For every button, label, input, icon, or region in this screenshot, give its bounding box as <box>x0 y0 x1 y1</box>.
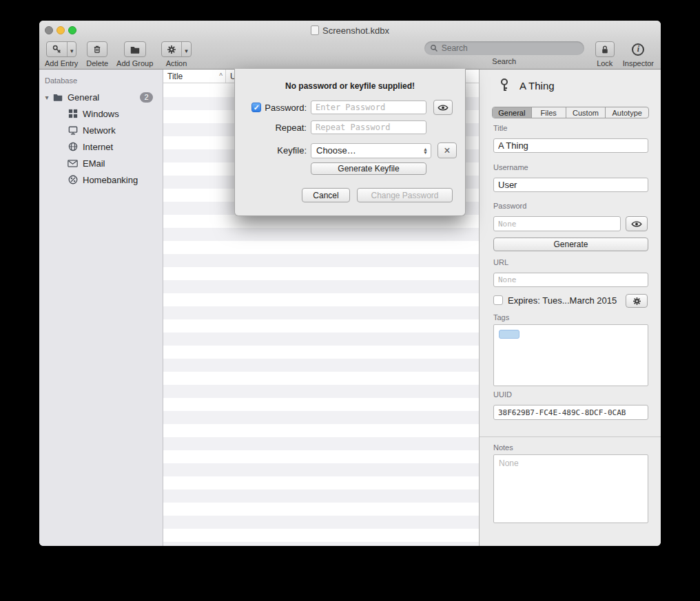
window-title-text: Screenshot.kdbx <box>322 25 389 36</box>
add-entry-label: Add Entry <box>45 59 78 67</box>
add-entry-dropdown[interactable] <box>67 42 76 56</box>
notes-textarea[interactable] <box>493 454 648 523</box>
coin-icon <box>67 174 79 186</box>
key-icon[interactable] <box>47 42 67 56</box>
sidebar-item-homebanking[interactable]: Homebanking <box>39 171 163 188</box>
sidebar-item-network[interactable]: Network <box>39 122 163 138</box>
entry-count-badge: 2 <box>140 92 153 103</box>
sidebar-item-label: Network <box>83 125 116 136</box>
url-input[interactable] <box>493 273 648 287</box>
search-field[interactable] <box>424 41 584 55</box>
keyfile-row: Keyfile: Choose… <box>235 143 465 158</box>
gear-icon <box>632 297 641 306</box>
envelope-icon <box>67 158 79 169</box>
tab-general[interactable]: General <box>493 107 531 118</box>
inspector-panel: A Thing General Files Custom Autotype Ti… <box>479 70 661 546</box>
username-label: Username <box>493 163 528 171</box>
window-chrome: Screenshot.kdbx Add Entry <box>39 21 661 70</box>
gear-icon[interactable] <box>162 42 181 56</box>
sheet-repeat-label: Repeat: <box>275 123 307 133</box>
trash-icon[interactable] <box>88 42 107 56</box>
titlebar[interactable]: Screenshot.kdbx <box>39 21 661 40</box>
inspector-tabs: General Files Custom Autotype <box>492 107 649 118</box>
lock-button[interactable]: Lock <box>595 41 615 67</box>
info-icon[interactable] <box>632 43 644 56</box>
sidebar-item-windows[interactable]: Windows <box>39 105 163 122</box>
password-checkbox[interactable] <box>251 103 261 112</box>
repeat-row: Repeat: <box>235 120 465 134</box>
document-icon <box>311 25 319 35</box>
inspector-button[interactable]: Inspector <box>623 41 654 67</box>
section-divider <box>480 436 661 437</box>
password-sheet: No password or keyfile supplied! Passwor… <box>234 69 466 216</box>
search-caption: Search <box>492 57 516 65</box>
sidebar-item-label: Internet <box>83 142 113 152</box>
lock-label: Lock <box>597 59 612 67</box>
password-label: Password <box>493 202 526 210</box>
password-input[interactable] <box>493 216 621 231</box>
eye-icon <box>438 104 449 112</box>
add-entry-button[interactable]: Add Entry <box>45 41 78 67</box>
add-folder-icon[interactable] <box>125 42 145 56</box>
minimize-button[interactable] <box>56 26 65 34</box>
sidebar-item-label: EMail <box>83 158 105 169</box>
reveal-password-button[interactable] <box>626 216 648 231</box>
delete-button[interactable]: Delete <box>86 41 108 67</box>
uuid-input[interactable] <box>493 405 648 420</box>
entry-title: A Thing <box>519 80 555 92</box>
column-header-title[interactable]: Title ^ <box>163 70 226 83</box>
url-label: URL <box>493 258 508 266</box>
action-dropdown[interactable] <box>181 42 191 56</box>
app-window: Screenshot.kdbx Add Entry <box>39 21 661 546</box>
tab-files[interactable]: Files <box>531 107 566 118</box>
title-input[interactable] <box>493 138 648 153</box>
sidebar-group-label: General <box>68 92 99 103</box>
change-password-button[interactable]: Change Password <box>357 188 453 202</box>
eye-icon <box>631 220 642 228</box>
generate-password-button[interactable]: Generate <box>493 238 648 251</box>
sheet-keyfile-label: Keyfile: <box>277 145 307 156</box>
clear-keyfile-button[interactable] <box>438 143 457 158</box>
keyfile-selected-value: Choose… <box>316 145 423 156</box>
action-button[interactable]: Action <box>161 41 192 67</box>
stepper-icon <box>423 147 428 154</box>
windows-grid-icon <box>67 108 79 120</box>
reveal-sheet-password-button[interactable] <box>433 100 453 115</box>
search-input[interactable] <box>442 43 579 53</box>
expires-gear-button[interactable] <box>626 294 648 308</box>
sheet-message: No password or keyfile supplied! <box>235 81 465 91</box>
disclosure-triangle-icon[interactable] <box>42 94 52 101</box>
sheet-repeat-input[interactable] <box>311 120 426 134</box>
add-group-button[interactable]: Add Group <box>116 41 153 67</box>
generate-keyfile-button[interactable]: Generate Keyfile <box>311 162 426 175</box>
username-input[interactable] <box>493 178 648 192</box>
sheet-password-input[interactable] <box>311 101 426 114</box>
close-button[interactable] <box>45 26 53 34</box>
delete-label: Delete <box>86 59 108 67</box>
zoom-button[interactable] <box>68 26 76 34</box>
toolbar: Add Entry Delete Add Group <box>39 40 661 69</box>
sidebar: Database General 2 Window <box>39 70 163 546</box>
tags-label: Tags <box>493 313 509 321</box>
sidebar-item-internet[interactable]: Internet <box>39 138 163 155</box>
search-group: Search <box>424 41 584 65</box>
entry-header: A Thing <box>497 78 555 93</box>
sidebar-item-email[interactable]: EMail <box>39 155 163 171</box>
tab-custom[interactable]: Custom <box>566 107 606 118</box>
cancel-button[interactable]: Cancel <box>302 188 350 202</box>
tag-chip[interactable] <box>499 330 519 339</box>
tags-box[interactable] <box>493 324 648 386</box>
folder-icon <box>52 92 63 103</box>
title-label: Title <box>493 124 507 132</box>
uuid-label: UUID <box>493 390 512 399</box>
sidebar-group-general[interactable]: General 2 <box>39 89 163 105</box>
chevron-down-icon <box>185 43 188 56</box>
sidebar-header: Database <box>39 75 163 89</box>
sort-caret-icon: ^ <box>219 72 223 80</box>
tab-autotype[interactable]: Autotype <box>605 107 648 118</box>
sidebar-item-label: Windows <box>83 109 119 119</box>
expires-checkbox[interactable] <box>493 295 503 305</box>
action-label: Action <box>166 59 187 67</box>
lock-icon[interactable] <box>596 42 614 56</box>
keyfile-select[interactable]: Choose… <box>311 143 431 158</box>
